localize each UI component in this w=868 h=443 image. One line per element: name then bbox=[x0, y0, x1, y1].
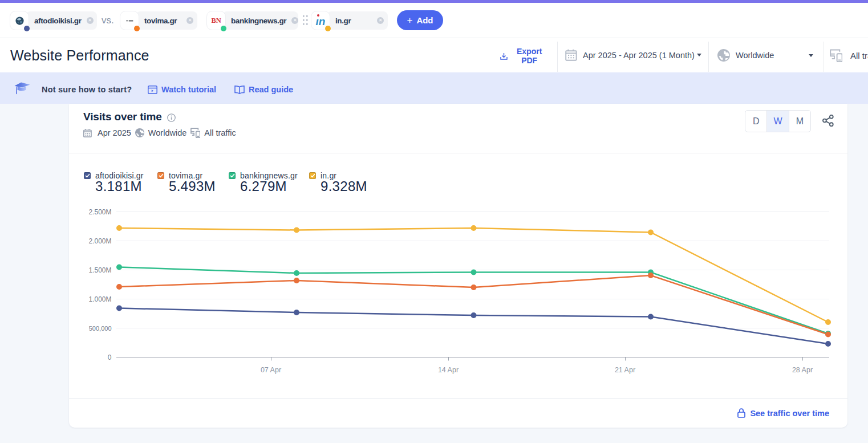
svg-text:0: 0 bbox=[108, 353, 112, 361]
svg-text:500,000: 500,000 bbox=[89, 325, 112, 332]
svg-text:07 Apr: 07 Apr bbox=[261, 366, 281, 374]
svg-text:2.000M: 2.000M bbox=[88, 237, 111, 245]
svg-text:21 Apr: 21 Apr bbox=[615, 366, 635, 374]
svg-text:2.500M: 2.500M bbox=[88, 208, 111, 216]
svg-text:1.500M: 1.500M bbox=[88, 266, 111, 274]
svg-text:28 Apr: 28 Apr bbox=[792, 366, 813, 374]
svg-text:1.000M: 1.000M bbox=[88, 295, 111, 303]
svg-text:14 Apr: 14 Apr bbox=[438, 366, 459, 374]
